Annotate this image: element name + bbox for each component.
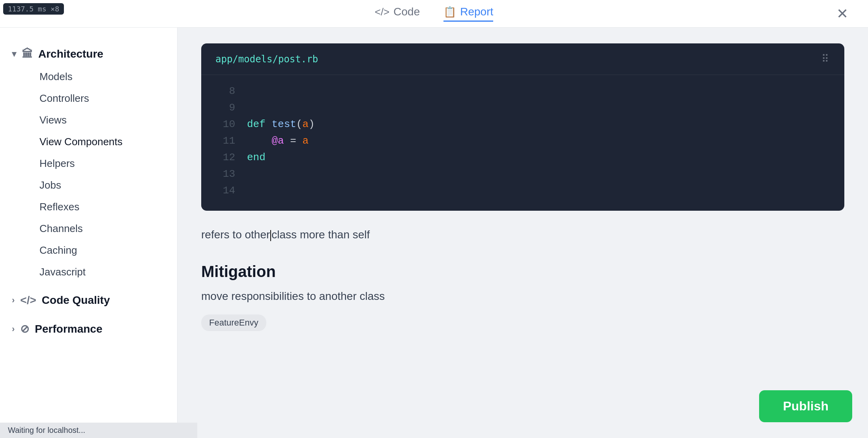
performance-icon: ⊘ xyxy=(20,322,29,335)
architecture-icon: 🏛 xyxy=(22,47,33,60)
sidebar-section-architecture: ▾ 🏛 Architecture Models Controllers View… xyxy=(12,43,165,282)
sidebar-group-architecture-label: Architecture xyxy=(38,48,103,60)
sidebar-item-helpers[interactable]: Helpers xyxy=(39,153,165,174)
sidebar-group-performance-label: Performance xyxy=(35,323,102,335)
sidebar-item-caching[interactable]: Caching xyxy=(39,240,165,260)
sidebar-item-channels[interactable]: Channels xyxy=(39,219,165,239)
line-num-8: 8 xyxy=(215,85,235,97)
sidebar-group-performance[interactable]: › ⊘ Performance xyxy=(12,318,165,339)
sidebar-section-performance: › ⊘ Performance xyxy=(12,318,165,339)
mitigation-text: move responsibilities to another class xyxy=(201,290,844,303)
code-quality-icon: </> xyxy=(20,294,36,307)
code-line-13: 13 xyxy=(201,166,844,182)
top-bar: 1137.5 ms ×8 </> Code 📋 Report ✕ xyxy=(0,0,868,28)
code-line-12: 12 end xyxy=(201,149,844,166)
perf-badge: 1137.5 ms ×8 xyxy=(3,3,64,15)
tab-report-label: Report xyxy=(460,6,493,18)
code-block: app/models/post.rb ⠿ 8 9 10 def xyxy=(201,43,844,211)
code-options-icon[interactable]: ⠿ xyxy=(821,53,830,65)
sidebar-item-view-components[interactable]: View Components xyxy=(39,132,165,152)
sidebar-group-code-quality-label: Code Quality xyxy=(42,294,110,307)
sidebar-section-code-quality: › </> Code Quality xyxy=(12,290,165,311)
tab-code-label: Code xyxy=(393,6,420,18)
code-line-9: 9 xyxy=(201,99,844,116)
chevron-right-icon-2: › xyxy=(12,324,15,334)
line-num-13: 13 xyxy=(215,168,235,180)
code-line-11: 11 @a = a xyxy=(201,133,844,149)
line-num-9: 9 xyxy=(215,102,235,114)
sidebar-item-models[interactable]: Models xyxy=(39,67,165,87)
line-num-12: 12 xyxy=(215,152,235,163)
code-filename: app/models/post.rb xyxy=(215,54,318,65)
report-icon: 📋 xyxy=(443,6,456,18)
code-body: 8 9 10 def test(a) 11 xyxy=(201,75,844,211)
publish-button-label: Publish xyxy=(783,399,829,413)
mitigation-section: Mitigation move responsibilities to anot… xyxy=(201,263,844,331)
code-icon: </> xyxy=(375,6,390,18)
tab-report[interactable]: 📋 Report xyxy=(443,6,493,22)
line-num-11: 11 xyxy=(215,135,235,147)
sidebar-item-reflexes[interactable]: Reflexes xyxy=(39,197,165,217)
tab-group: </> Code 📋 Report xyxy=(375,6,494,22)
sidebar-item-views[interactable]: Views xyxy=(39,110,165,130)
line-num-10: 10 xyxy=(215,118,235,130)
description-text: refers to otherclass more than self xyxy=(201,226,844,243)
chevron-down-icon: ▾ xyxy=(12,49,16,59)
code-line-10: 10 def test(a) xyxy=(201,116,844,133)
code-line-8: 8 xyxy=(201,83,844,99)
line-num-14: 14 xyxy=(215,185,235,197)
publish-button[interactable]: Publish xyxy=(759,390,852,422)
sidebar-items-architecture: Models Controllers Views View Components… xyxy=(12,67,165,282)
perf-badge-text: 1137.5 ms ×8 xyxy=(8,5,59,13)
sidebar-item-jobs[interactable]: Jobs xyxy=(39,175,165,195)
close-button[interactable]: ✕ xyxy=(836,6,848,22)
feature-envy-tag: FeatureEnvy xyxy=(201,314,266,331)
sidebar: ▾ 🏛 Architecture Models Controllers View… xyxy=(0,28,178,438)
content-area: app/models/post.rb ⠿ 8 9 10 def xyxy=(178,28,868,438)
chevron-right-icon: › xyxy=(12,295,15,305)
tab-code[interactable]: </> Code xyxy=(375,6,420,22)
mitigation-title: Mitigation xyxy=(201,263,844,281)
sidebar-item-controllers[interactable]: Controllers xyxy=(39,88,165,109)
code-line-14: 14 xyxy=(201,182,844,199)
sidebar-group-architecture[interactable]: ▾ 🏛 Architecture xyxy=(12,43,165,64)
sidebar-group-code-quality[interactable]: › </> Code Quality xyxy=(12,290,165,311)
sidebar-item-javascript[interactable]: Javascript xyxy=(39,262,165,282)
main-layout: ▾ 🏛 Architecture Models Controllers View… xyxy=(0,28,868,438)
status-bar: Waiting for localhost... xyxy=(0,423,197,438)
status-text: Waiting for localhost... xyxy=(8,426,85,434)
code-header: app/models/post.rb ⠿ xyxy=(201,43,844,75)
